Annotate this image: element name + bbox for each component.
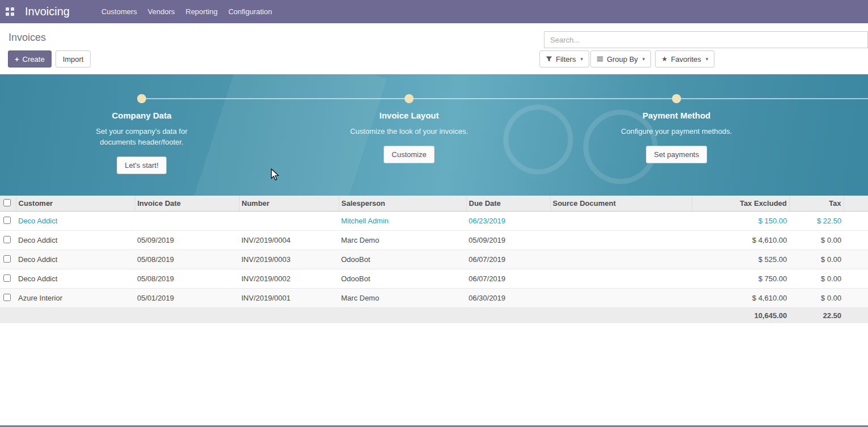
column-header-number[interactable]: Number [239, 196, 339, 212]
apps-icon-square [11, 12, 14, 16]
column-header-source-document[interactable]: Source Document [550, 196, 692, 212]
cell-due-date: 06/07/2019 [466, 250, 550, 269]
cell-due-date: 06/07/2019 [466, 269, 550, 289]
cell-invoice-date: 05/08/2019 [135, 269, 239, 289]
invoice-row[interactable]: Deco Addict Mitchell Admin 06/23/2019 $ … [0, 212, 868, 231]
cell-tax-excluded: $ 4,610.00 [692, 289, 789, 308]
cell-source-document [550, 250, 692, 269]
cell-number: INV/2019/0003 [239, 250, 339, 269]
action-buttons: + Create Import [8, 50, 91, 67]
column-header-customer[interactable]: Customer [16, 196, 135, 212]
cell-salesperson[interactable]: Marc Demo [339, 289, 466, 308]
cell-tax: $ 22.50 [789, 212, 844, 231]
select-all-checkbox-cell [0, 196, 16, 212]
cell-source-document [550, 212, 692, 231]
group-by-dropdown-button[interactable]: Group By ▾ [590, 50, 651, 67]
cell-customer[interactable]: Azure Interior [16, 289, 135, 308]
search-input[interactable] [544, 31, 868, 48]
cell-number: INV/2019/0001 [239, 289, 339, 308]
onboarding-step-dot [672, 94, 681, 103]
onboarding-step-description: Configure your payment methods. [616, 126, 737, 137]
cell-due-date: 05/09/2019 [466, 231, 550, 250]
cell-customer[interactable]: Deco Addict [16, 250, 135, 269]
cell-tax-excluded: $ 750.00 [692, 269, 789, 289]
cell-salesperson[interactable]: OdooBot [339, 269, 466, 289]
onboarding-step-title: Payment Method [592, 111, 761, 120]
select-all-checkbox[interactable] [3, 199, 11, 206]
column-header-tax-excluded[interactable]: Tax Excluded [692, 196, 789, 212]
cell-tax-excluded: $ 150.00 [692, 212, 789, 231]
lets-start-button[interactable]: Let's start! [117, 157, 167, 174]
table-header-row: Customer Invoice Date Number Salesperson… [0, 196, 868, 212]
nav-item-configuration[interactable]: Configuration [228, 5, 272, 18]
cell-invoice-date: 05/01/2019 [135, 289, 239, 308]
nav-item-reporting[interactable]: Reporting [186, 5, 218, 18]
main-menu: Customers Vendors Reporting Configuratio… [101, 5, 272, 18]
cell-tax: $ 0.00 [789, 231, 844, 250]
onboarding-progress-line [142, 98, 868, 99]
total-tax: 22.50 [789, 308, 844, 324]
table-totals-row: 10,645.00 22.50 [0, 308, 868, 324]
cell-salesperson[interactable]: Mitchell Admin [339, 212, 466, 231]
column-header-salesperson[interactable]: Salesperson [339, 196, 466, 212]
cell-due-date: 06/23/2019 [466, 212, 550, 231]
total-tax-excluded: 10,645.00 [692, 308, 789, 324]
onboarding-step-title: Invoice Layout [324, 111, 494, 120]
filter-funnel-icon [546, 56, 552, 62]
set-payments-button[interactable]: Set payments [646, 146, 707, 163]
cell-due-date: 06/30/2019 [466, 289, 550, 308]
cell-customer[interactable]: Deco Addict [16, 212, 135, 231]
invoice-row[interactable]: Deco Addict 05/08/2019 INV/2019/0003 Odo… [0, 250, 868, 269]
apps-menu-icon[interactable] [6, 7, 14, 16]
filters-dropdown-button[interactable]: Filters ▾ [539, 50, 589, 67]
favorites-dropdown-button[interactable]: ★ Favorites ▾ [655, 50, 714, 67]
column-header-invoice-date[interactable]: Invoice Date [135, 196, 239, 212]
nav-item-customers[interactable]: Customers [101, 5, 137, 18]
nav-item-vendors[interactable]: Vendors [148, 5, 175, 18]
filters-label: Filters [556, 55, 576, 64]
cell-source-document [550, 289, 692, 308]
cell-tax: $ 0.00 [789, 289, 844, 308]
cell-customer[interactable]: Deco Addict [16, 231, 135, 250]
onboarding-step-invoice-layout: Invoice Layout Customize the look of you… [324, 111, 494, 163]
chevron-down-icon: ▾ [580, 56, 583, 62]
cell-tax-excluded: $ 525.00 [692, 250, 789, 269]
apps-icon-square [6, 7, 9, 11]
row-checkbox[interactable] [3, 236, 11, 243]
cell-customer[interactable]: Deco Addict [16, 269, 135, 289]
search-options: Filters ▾ Group By ▾ ★ Favorites ▾ [539, 50, 714, 67]
cell-tax-excluded: $ 4,610.00 [692, 231, 789, 250]
invoice-row[interactable]: Deco Addict 05/08/2019 INV/2019/0002 Odo… [0, 269, 868, 289]
control-panel: Invoices + Create Import Filters ▾ Group… [0, 23, 868, 74]
cell-salesperson[interactable]: OdooBot [339, 250, 466, 269]
row-checkbox[interactable] [3, 217, 11, 224]
onboarding-step-dot [405, 94, 414, 103]
onboarding-step-company-data: Company Data Set your company's data for… [57, 111, 227, 174]
invoice-row[interactable]: Azure Interior 05/01/2019 INV/2019/0001 … [0, 289, 868, 308]
group-by-lines-icon [597, 56, 603, 62]
top-navbar: Invoicing Customers Vendors Reporting Co… [0, 0, 868, 23]
page-title: Invoices [8, 32, 46, 44]
app-title[interactable]: Invoicing [25, 5, 70, 18]
import-button[interactable]: Import [56, 50, 91, 67]
column-header-tax[interactable]: Tax [789, 196, 844, 212]
cell-source-document [550, 269, 692, 289]
plus-icon: + [15, 55, 19, 64]
row-checkbox[interactable] [3, 274, 11, 282]
onboarding-step-description: Customize the look of your invoices. [349, 126, 469, 137]
onboarding-step-payment-method: Payment Method Configure your payment me… [592, 111, 761, 163]
create-button[interactable]: + Create [8, 50, 52, 67]
apps-icon-square [11, 7, 14, 11]
invoice-row[interactable]: Deco Addict 05/09/2019 INV/2019/0004 Mar… [0, 231, 868, 250]
cell-tax: $ 0.00 [789, 250, 844, 269]
row-checkbox[interactable] [3, 255, 11, 263]
cell-number [239, 212, 339, 231]
chevron-down-icon: ▾ [706, 56, 709, 62]
row-checkbox[interactable] [3, 294, 11, 301]
favorites-label: Favorites [671, 55, 701, 64]
cell-invoice-date: 05/08/2019 [135, 250, 239, 269]
apps-icon-square [6, 12, 9, 16]
column-header-due-date[interactable]: Due Date [466, 196, 550, 212]
customize-button[interactable]: Customize [384, 146, 434, 163]
cell-salesperson[interactable]: Marc Demo [339, 231, 466, 250]
